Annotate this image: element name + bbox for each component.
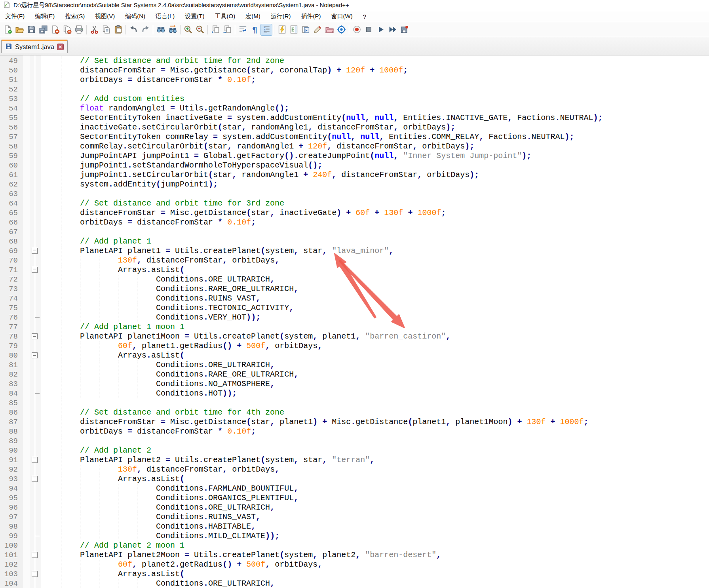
new-file-icon[interactable] <box>2 24 13 36</box>
paste-icon[interactable] <box>112 24 124 36</box>
code-text[interactable]: 130f, distanceFromStar, orbitDays, <box>41 465 279 474</box>
code-text[interactable]: Conditions.NO_ATMOSPHERE, <box>41 379 275 389</box>
bookmark-cell[interactable] <box>23 199 30 208</box>
save-macro-icon[interactable] <box>398 24 410 36</box>
code-text[interactable] <box>41 189 42 199</box>
code-text[interactable]: PlanetAPI planet2 = Utils.createPlanet(s… <box>41 455 374 465</box>
code-text[interactable] <box>41 85 42 94</box>
code-text[interactable]: 60f, planet1.getRadius() + 500f, orbitDa… <box>41 341 322 351</box>
close-all-icon[interactable] <box>61 24 73 36</box>
zoom-in-icon[interactable] <box>182 24 194 36</box>
bookmark-cell[interactable] <box>23 465 30 474</box>
bookmark-cell[interactable] <box>23 132 30 142</box>
bookmark-cell[interactable] <box>23 560 30 569</box>
bookmark-cell[interactable] <box>23 503 30 512</box>
code-text[interactable]: Conditions.ORE_ULTRARICH, <box>41 503 275 512</box>
bookmark-cell[interactable] <box>23 370 30 379</box>
bookmark-cell[interactable] <box>23 294 30 303</box>
code-text[interactable]: Conditions.HOT)); <box>41 389 237 398</box>
bookmark-cell[interactable] <box>23 303 30 313</box>
show-all-characters-icon[interactable]: ¶ <box>249 24 260 36</box>
bookmark-cell[interactable] <box>23 379 30 389</box>
code-text[interactable]: Arrays.asList( <box>41 351 184 360</box>
print-icon[interactable] <box>73 24 85 36</box>
run-macro-multiple-icon[interactable] <box>386 24 398 36</box>
bookmark-cell[interactable] <box>23 208 30 218</box>
bookmark-cell[interactable] <box>23 237 30 246</box>
code-text[interactable]: Conditions.RUINS_VAST, <box>41 512 260 522</box>
record-macro-icon[interactable] <box>351 24 363 36</box>
open-file-icon[interactable] <box>13 24 25 36</box>
code-text[interactable]: orbitDays = distanceFromStar * 0.10f; <box>41 427 256 436</box>
code-text[interactable]: // Add planet 1 moon 1 <box>41 322 184 332</box>
menu-item-11[interactable]: 窗口(W) <box>326 11 357 22</box>
bookmark-cell[interactable] <box>23 569 30 579</box>
code-text[interactable]: Arrays.asList( <box>41 569 184 579</box>
menu-item-7[interactable]: 工具(O) <box>209 11 240 22</box>
code-text[interactable]: orbitDays = distanceFromStar * 0.10f; <box>41 75 256 85</box>
code-text[interactable]: // Add planet 2 <box>41 446 151 455</box>
edit-marker-icon[interactable] <box>312 24 323 36</box>
code-text[interactable] <box>41 227 42 237</box>
bookmark-cell[interactable] <box>23 455 30 465</box>
bookmark-cell[interactable] <box>23 265 30 275</box>
code-text[interactable]: orbitDays = distanceFromStar * 0.10f; <box>41 218 256 227</box>
bookmark-cell[interactable] <box>23 408 30 417</box>
bookmark-cell[interactable] <box>23 474 30 484</box>
bookmark-cell[interactable] <box>23 541 30 550</box>
undo-icon[interactable] <box>127 24 139 36</box>
code-text[interactable]: // Add planet 2 moon 1 <box>41 541 184 550</box>
bookmark-cell[interactable] <box>23 256 30 265</box>
code-text[interactable]: 130f, distanceFromStar, orbitDays, <box>41 256 279 265</box>
code-text[interactable]: JumpPointAPI jumpPoint1 = Global.getFact… <box>41 151 531 161</box>
bookmark-cell[interactable] <box>23 313 30 322</box>
code-text[interactable]: jumpPoint1.setCircularOrbit(star, random… <box>41 170 479 180</box>
fold-collapse-icon[interactable] <box>32 552 38 558</box>
indent-guide-icon[interactable] <box>260 24 272 36</box>
bookmark-cell[interactable] <box>23 170 30 180</box>
code-text[interactable]: distanceFromStar = Misc.getDistance(star… <box>41 66 408 75</box>
fold-collapse-icon[interactable] <box>32 248 38 254</box>
file-monitoring-icon[interactable] <box>335 24 347 36</box>
bookmark-cell[interactable] <box>23 389 30 398</box>
bookmark-cell[interactable] <box>23 275 30 284</box>
code-text[interactable]: Arrays.asList( <box>41 474 184 484</box>
bookmark-cell[interactable] <box>23 189 30 199</box>
save-icon[interactable] <box>25 24 37 36</box>
fold-collapse-icon[interactable] <box>32 476 38 482</box>
bookmark-cell[interactable] <box>23 322 30 332</box>
bookmark-cell[interactable] <box>23 284 30 294</box>
code-text[interactable]: Conditions.ORE_ULTRARICH, <box>41 579 275 588</box>
sync-horizontal-scroll-icon[interactable] <box>221 24 233 36</box>
code-text[interactable]: PlanetAPI planet1 = Utils.createPlanet(s… <box>41 246 393 256</box>
bookmark-cell[interactable] <box>23 246 30 256</box>
bookmark-cell[interactable] <box>23 104 30 113</box>
menu-item-9[interactable]: 运行(R) <box>266 11 296 22</box>
menu-item-10[interactable]: 插件(P) <box>296 11 326 22</box>
stop-macro-icon[interactable] <box>363 24 374 36</box>
code-text[interactable]: SectorEntityToken commRelay = system.add… <box>41 132 574 142</box>
bookmark-cell[interactable] <box>23 360 30 370</box>
word-wrap-icon[interactable] <box>237 24 249 36</box>
copy-icon[interactable] <box>100 24 112 36</box>
code-text[interactable] <box>41 436 42 446</box>
bookmark-cell[interactable] <box>23 341 30 351</box>
bookmark-cell[interactable] <box>23 151 30 161</box>
redo-icon[interactable] <box>139 24 151 36</box>
code-text[interactable]: commRelay.setCircularOrbit(star, randomA… <box>41 142 474 151</box>
fold-collapse-icon[interactable] <box>32 267 38 273</box>
code-text[interactable]: 60f, planet2.getRadius() + 500f, orbitDa… <box>41 560 322 569</box>
bookmark-cell[interactable] <box>23 180 30 189</box>
code-text[interactable]: Conditions.MILD_CLIMATE)); <box>41 531 279 541</box>
bookmark-cell[interactable] <box>23 113 30 123</box>
replace-icon[interactable] <box>167 24 179 36</box>
bookmark-cell[interactable] <box>23 56 30 66</box>
code-text[interactable]: system.addEntity(jumpPoint1); <box>41 180 218 189</box>
document-switcher-icon[interactable] <box>300 24 312 36</box>
code-text[interactable]: Conditions.RARE_ORE_ULTRARICH, <box>41 284 298 294</box>
bookmark-cell[interactable] <box>23 94 30 104</box>
bookmark-cell[interactable] <box>23 398 30 408</box>
bookmark-cell[interactable] <box>23 550 30 560</box>
bookmark-cell[interactable] <box>23 351 30 360</box>
bookmark-cell[interactable] <box>23 493 30 503</box>
